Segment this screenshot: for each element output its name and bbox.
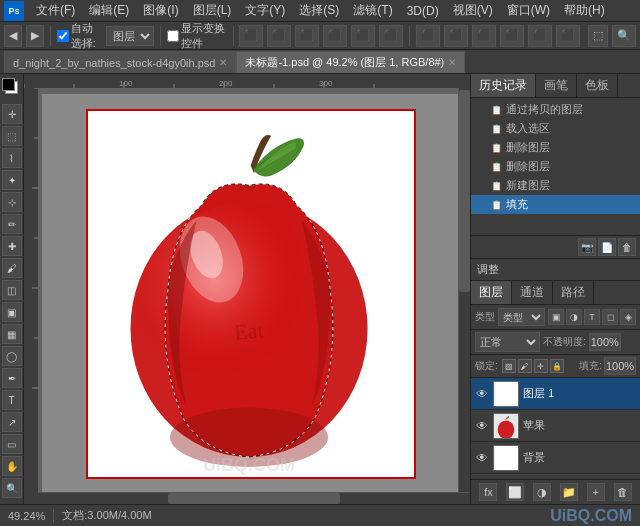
opacity-value[interactable]: 100%	[589, 333, 621, 351]
align-top-btn[interactable]: ⬛	[323, 25, 347, 47]
align-center-h-btn[interactable]: ⬛	[267, 25, 291, 47]
dist-bottom-btn[interactable]: ⬛	[556, 25, 580, 47]
history-item-4[interactable]: 📋 新建图层	[471, 176, 640, 195]
menu-layer[interactable]: 图层(L)	[187, 0, 238, 21]
layer-eye-1[interactable]: 👁	[475, 419, 489, 433]
layer-eye-0[interactable]: 👁	[475, 387, 489, 401]
layer-mask-btn[interactable]: ⬜	[506, 483, 524, 501]
search-btn[interactable]: 🔍	[612, 25, 636, 47]
dodge-tool[interactable]: ◯	[2, 346, 22, 366]
tab-file1[interactable]: d_night_2_by_nathies_stock-d4gy0ih.psd ✕	[4, 51, 236, 73]
tab-history[interactable]: 历史记录	[471, 74, 536, 97]
tab-close-2[interactable]: ✕	[448, 57, 456, 68]
lock-transparent-icon[interactable]: ▨	[502, 359, 516, 373]
layer-type-select[interactable]: 类型	[498, 308, 545, 326]
tab-bar: d_night_2_by_nathies_stock-d4gy0ih.psd ✕…	[0, 50, 640, 74]
menu-help[interactable]: 帮助(H)	[558, 0, 611, 21]
zoom-tool[interactable]: 🔍	[2, 478, 22, 498]
history-item-5[interactable]: 📋 填充	[471, 195, 640, 214]
layer-type-row: 类型 类型 ▣ ◑ T ◻ ◈	[471, 305, 640, 330]
tab-close-1[interactable]: ✕	[219, 57, 227, 68]
layer-fx-btn[interactable]: fx	[479, 483, 497, 501]
menu-3d[interactable]: 3D(D)	[401, 2, 445, 20]
gradient-tool[interactable]: ▦	[2, 324, 22, 344]
lock-pixels-icon[interactable]: 🖌	[518, 359, 532, 373]
lock-all-icon[interactable]: 🔒	[550, 359, 564, 373]
layer-adjust-icon[interactable]: ◑	[566, 309, 582, 325]
layer-item-2[interactable]: 👁 背景	[471, 442, 640, 474]
history-item-1[interactable]: 📋 载入选区	[471, 119, 640, 138]
layer-item-0[interactable]: 👁 图层 1	[471, 378, 640, 410]
history-item-3[interactable]: 📋 删除图层	[471, 157, 640, 176]
marquee-tool[interactable]: ⬚	[2, 126, 22, 146]
layer-shape-icon[interactable]: ◻	[602, 309, 618, 325]
pen-tool[interactable]: ✒	[2, 368, 22, 388]
dist-right-btn[interactable]: ⬛	[472, 25, 496, 47]
menu-text[interactable]: 文字(Y)	[239, 0, 291, 21]
stamp-tool[interactable]: ◫	[2, 280, 22, 300]
options-forward-btn[interactable]: ▶	[26, 25, 44, 47]
path-selection-tool[interactable]: ↗	[2, 412, 22, 432]
crop-tool[interactable]: ⊹	[2, 192, 22, 212]
layer-new-btn[interactable]: +	[587, 483, 605, 501]
menu-file[interactable]: 文件(F)	[30, 0, 81, 21]
dist-left-btn[interactable]: ⬛	[416, 25, 440, 47]
history-item-0[interactable]: 📋 通过拷贝的图层	[471, 100, 640, 119]
text-tool[interactable]: T	[2, 390, 22, 410]
fill-value[interactable]: 100%	[604, 357, 636, 375]
align-bottom-btn[interactable]: ⬛	[379, 25, 403, 47]
auto-select-checkbox[interactable]	[57, 30, 69, 42]
fg-bg-colors[interactable]	[2, 78, 22, 98]
scrollbar-v-thumb[interactable]	[459, 90, 470, 292]
menu-window[interactable]: 窗口(W)	[501, 0, 556, 21]
arrange-btn[interactable]: ⬚	[588, 25, 608, 47]
layer-item-1[interactable]: 👁 苹果	[471, 410, 640, 442]
tab-layers[interactable]: 图层	[471, 281, 512, 304]
scrollbar-h-thumb[interactable]	[168, 493, 341, 504]
shape-tool[interactable]: ▭	[2, 434, 22, 454]
history-new-doc-btn[interactable]: 📄	[598, 238, 616, 256]
menu-edit[interactable]: 编辑(E)	[83, 0, 135, 21]
history-item-2[interactable]: 📋 删除图层	[471, 138, 640, 157]
tab-file2[interactable]: 未标题-1.psd @ 49.2% (图层 1, RGB/8#) ✕	[236, 51, 465, 73]
magic-wand-tool[interactable]: ✦	[2, 170, 22, 190]
scrollbar-vertical[interactable]	[458, 88, 470, 492]
layer-group-btn[interactable]: 📁	[560, 483, 578, 501]
canvas-area[interactable]: 100 200 300	[24, 74, 470, 504]
layer-delete-btn[interactable]: 🗑	[614, 483, 632, 501]
dist-center-h-btn[interactable]: ⬛	[444, 25, 468, 47]
hand-tool[interactable]: ✋	[2, 456, 22, 476]
dist-center-v-btn[interactable]: ⬛	[528, 25, 552, 47]
layer-eye-2[interactable]: 👁	[475, 451, 489, 465]
options-back-btn[interactable]: ◀	[4, 25, 22, 47]
tab-swatches[interactable]: 色板	[577, 74, 618, 97]
eraser-tool[interactable]: ▣	[2, 302, 22, 322]
healing-tool[interactable]: ✚	[2, 236, 22, 256]
tab-channels[interactable]: 通道	[512, 281, 553, 304]
blend-mode-select[interactable]: 正常	[475, 332, 540, 352]
align-left-btn[interactable]: ⬛	[239, 25, 263, 47]
menu-filter[interactable]: 滤镜(T)	[347, 0, 398, 21]
auto-select-type[interactable]: 图层	[106, 26, 154, 46]
layer-pixel-icon[interactable]: ▣	[548, 309, 564, 325]
layer-adjustment-btn[interactable]: ◑	[533, 483, 551, 501]
lock-position-icon[interactable]: ✛	[534, 359, 548, 373]
tab-paths[interactable]: 路径	[553, 281, 594, 304]
history-delete-btn[interactable]: 🗑	[618, 238, 636, 256]
dist-top-btn[interactable]: ⬛	[500, 25, 524, 47]
transform-checkbox[interactable]	[167, 30, 179, 42]
menu-image[interactable]: 图像(I)	[137, 0, 184, 21]
align-center-v-btn[interactable]: ⬛	[351, 25, 375, 47]
align-right-btn[interactable]: ⬛	[295, 25, 319, 47]
tab-brushes[interactable]: 画笔	[536, 74, 577, 97]
history-snapshot-btn[interactable]: 📷	[578, 238, 596, 256]
move-tool[interactable]: ✛	[2, 104, 22, 124]
menu-select[interactable]: 选择(S)	[293, 0, 345, 21]
scrollbar-horizontal[interactable]	[38, 492, 470, 504]
lasso-tool[interactable]: ⌇	[2, 148, 22, 168]
menu-view[interactable]: 视图(V)	[447, 0, 499, 21]
eyedropper-tool[interactable]: ✏	[2, 214, 22, 234]
layer-text-icon[interactable]: T	[584, 309, 600, 325]
layer-smart-icon[interactable]: ◈	[620, 309, 636, 325]
brush-tool[interactable]: 🖌	[2, 258, 22, 278]
